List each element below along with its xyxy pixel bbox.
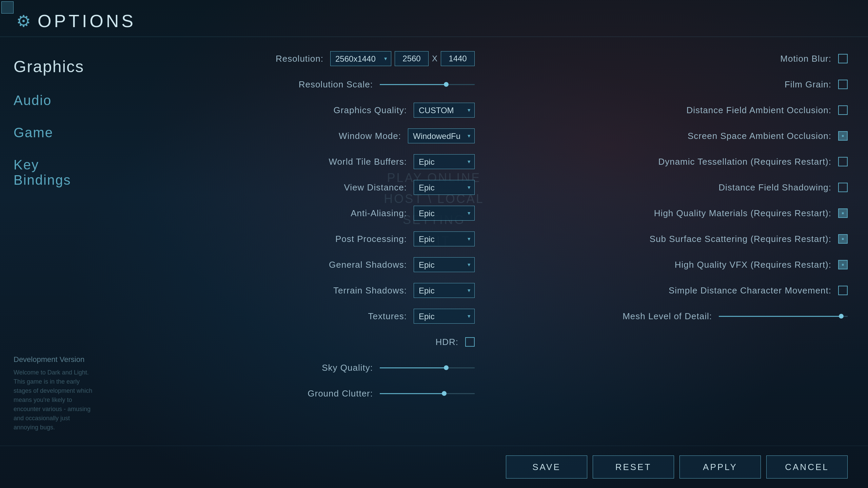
general-shadows-dropdown[interactable]: Epic LowMediumHigh xyxy=(414,257,475,272)
anti-aliasing-row: Anti-Aliasing: Epic LowMediumHigh xyxy=(129,205,475,221)
dynamic-tess-label: Dynamic Tessellation (Requires Restart): xyxy=(658,157,831,167)
dynamic-tess-checkbox[interactable] xyxy=(838,157,848,166)
post-processing-dropdown[interactable]: Epic LowMediumHigh xyxy=(414,231,475,246)
post-processing-dropdown-wrapper[interactable]: Epic LowMediumHigh xyxy=(414,231,475,246)
ssao-label: Screen Space Ambient Occlusion: xyxy=(688,131,831,141)
post-processing-label: Post Processing: xyxy=(335,234,407,244)
general-shadows-row: General Shadows: Epic LowMediumHigh xyxy=(129,257,475,273)
textures-dropdown-wrapper[interactable]: Epic LowMediumHigh xyxy=(414,309,475,324)
ground-clutter-slider[interactable] xyxy=(380,393,475,394)
resolution-scale-row: Resolution Scale: xyxy=(129,76,475,93)
simple-dist-row: Simple Distance Character Movement: xyxy=(502,282,848,299)
resolution-separator: X xyxy=(432,54,437,63)
resolution-dropdown[interactable]: 868x488 1920x1080 3840x2160 xyxy=(330,51,391,66)
textures-dropdown[interactable]: Epic LowMediumHigh xyxy=(414,309,475,324)
df-shadowing-label: Distance Field Shadowing: xyxy=(718,182,831,193)
df-shadowing-row: Distance Field Shadowing: xyxy=(502,179,848,196)
mesh-lod-slider[interactable] xyxy=(719,316,848,317)
resolution-controls: 868x488 1920x1080 3840x2160 X xyxy=(330,51,475,66)
simple-dist-label: Simple Distance Character Movement: xyxy=(669,285,831,296)
df-shadowing-checkbox[interactable] xyxy=(838,183,848,192)
simple-dist-checkbox[interactable] xyxy=(838,286,848,295)
sky-quality-label: Sky Quality: xyxy=(322,363,373,373)
reset-button[interactable]: RESET xyxy=(593,455,674,479)
world-tile-dropdown[interactable]: Epic LowMediumHigh xyxy=(414,154,475,169)
resolution-height-input[interactable] xyxy=(441,51,475,66)
view-distance-label: View Distance: xyxy=(344,182,407,193)
terrain-shadows-dropdown-wrapper[interactable]: Epic LowMediumHigh xyxy=(414,283,475,298)
terrain-shadows-row: Terrain Shadows: Epic LowMediumHigh xyxy=(129,282,475,299)
hq-vfx-label: High Quality VFX (Requires Restart): xyxy=(675,260,831,270)
window-mode-label: Window Mode: xyxy=(339,131,401,141)
ground-clutter-label: Ground Clutter: xyxy=(308,388,373,399)
sidebar-item-audio[interactable]: Audio xyxy=(14,93,95,108)
dfao-row: Distance Field Ambient Occlusion: xyxy=(502,102,848,118)
film-grain-checkbox[interactable] xyxy=(838,80,848,89)
terrain-shadows-dropdown[interactable]: Epic LowMediumHigh xyxy=(414,283,475,298)
film-grain-label: Film Grain: xyxy=(785,79,831,90)
hq-materials-label: High Quality Materials (Requires Restart… xyxy=(654,208,831,219)
hq-vfx-checkbox[interactable] xyxy=(838,260,848,269)
header: ⚙ OPTIONS xyxy=(0,0,868,37)
sidebar: Graphics Audio Game Key Bindings Develop… xyxy=(0,37,108,446)
ssao-row: Screen Space Ambient Occlusion: xyxy=(502,128,848,144)
sidebar-item-graphics[interactable]: Graphics xyxy=(14,57,95,76)
motion-blur-checkbox[interactable] xyxy=(838,54,848,63)
textures-label: Textures: xyxy=(368,311,407,322)
sub-surface-row: Sub Surface Scattering (Requires Restart… xyxy=(502,231,848,247)
general-shadows-label: General Shadows: xyxy=(329,260,407,270)
anti-aliasing-label: Anti-Aliasing: xyxy=(351,208,407,219)
sky-quality-row: Sky Quality: xyxy=(129,360,475,376)
hdr-label: HDR: xyxy=(435,337,458,347)
sub-surface-checkbox[interactable] xyxy=(838,234,848,244)
ground-clutter-row: Ground Clutter: xyxy=(129,385,475,402)
resolution-scale-label: Resolution Scale: xyxy=(299,79,373,90)
graphics-quality-dropdown-wrapper[interactable]: CUSTOM Low Medium High Epic xyxy=(414,103,475,118)
dev-version-label: Development Version xyxy=(14,353,95,365)
motion-blur-row: Motion Blur: xyxy=(502,50,848,67)
bottom-bar: SAVE RESET APPLY CANCEL xyxy=(0,446,868,488)
resolution-label: Resolution: xyxy=(276,54,323,64)
main-container: ⚙ OPTIONS Graphics Audio Game Key Bindin… xyxy=(0,0,868,488)
anti-aliasing-dropdown-wrapper[interactable]: Epic LowMediumHigh xyxy=(414,206,475,221)
dfao-checkbox[interactable] xyxy=(838,105,848,115)
content-area: Graphics Audio Game Key Bindings Develop… xyxy=(0,37,868,446)
world-tile-buffers-label: World Tile Buffers: xyxy=(329,157,407,167)
mesh-lod-row: Mesh Level of Detail: xyxy=(502,308,848,324)
window-mode-dropdown[interactable]: WindowedFu Fullscreen Windowed xyxy=(408,128,475,143)
view-distance-dropdown-wrapper[interactable]: Epic LowMediumHigh xyxy=(414,180,475,195)
graphics-quality-label: Graphics Quality: xyxy=(334,105,407,116)
motion-blur-label: Motion Blur: xyxy=(780,54,831,64)
gear-icon: ⚙ xyxy=(16,12,31,30)
settings-left: Resolution: 868x488 1920x1080 3840x216… xyxy=(129,50,475,432)
graphics-quality-dropdown[interactable]: CUSTOM Low Medium High Epic xyxy=(414,103,475,118)
page-title: OPTIONS xyxy=(38,11,136,31)
hdr-row: HDR: xyxy=(129,334,475,350)
ssao-checkbox[interactable] xyxy=(838,131,848,141)
sky-quality-slider[interactable] xyxy=(380,367,475,368)
world-tile-dropdown-wrapper[interactable]: Epic LowMediumHigh xyxy=(414,154,475,169)
world-tile-buffers-row: World Tile Buffers: Epic LowMediumHigh xyxy=(129,154,475,170)
apply-button[interactable]: APPLY xyxy=(679,455,761,479)
save-button[interactable]: SAVE xyxy=(506,455,587,479)
anti-aliasing-dropdown[interactable]: Epic LowMediumHigh xyxy=(414,206,475,221)
mesh-lod-label: Mesh Level of Detail: xyxy=(623,311,712,322)
view-distance-dropdown[interactable]: Epic LowMediumHigh xyxy=(414,180,475,195)
resolution-scale-slider[interactable] xyxy=(380,84,475,85)
dev-version-section: Development Version Welcome to Dark and … xyxy=(14,353,95,432)
sidebar-item-game[interactable]: Game xyxy=(14,125,95,140)
window-mode-dropdown-wrapper[interactable]: WindowedFu Fullscreen Windowed xyxy=(408,128,475,143)
textures-row: Textures: Epic LowMediumHigh xyxy=(129,308,475,324)
window-mode-row: Window Mode: WindowedFu Fullscreen Windo… xyxy=(129,128,475,144)
resolution-width-input[interactable] xyxy=(395,51,429,66)
cancel-button[interactable]: CANCEL xyxy=(766,455,848,479)
hq-materials-checkbox[interactable] xyxy=(838,208,848,218)
resolution-dropdown-wrapper[interactable]: 868x488 1920x1080 3840x2160 xyxy=(330,51,391,66)
hdr-checkbox[interactable] xyxy=(465,337,475,347)
view-distance-row: View Distance: Epic LowMediumHigh xyxy=(129,179,475,196)
general-shadows-dropdown-wrapper[interactable]: Epic LowMediumHigh xyxy=(414,257,475,272)
film-grain-row: Film Grain: xyxy=(502,76,848,93)
dev-description: Welcome to Dark and Light. This game is … xyxy=(14,368,95,432)
terrain-shadows-label: Terrain Shadows: xyxy=(333,285,407,296)
sidebar-item-keybindings[interactable]: Key Bindings xyxy=(14,157,95,188)
